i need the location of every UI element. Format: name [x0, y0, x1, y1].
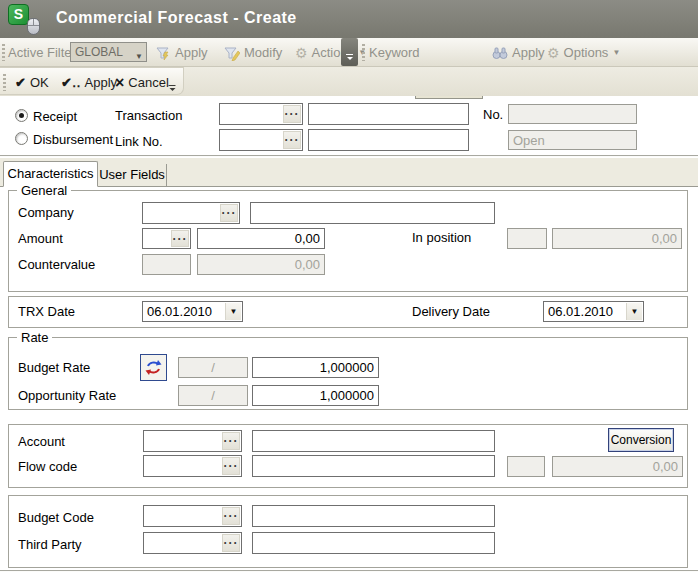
ellipsis-icon: ··· [224, 459, 239, 473]
window-title: Commercial Forecast - Create [56, 9, 297, 27]
filter-apply-button[interactable]: Apply [152, 38, 211, 67]
filter-toolbar: Active Filter GLOBAL ▼ Apply Modify ⚙ Ac… [0, 38, 698, 67]
toolbar-grip[interactable] [362, 44, 365, 61]
toolbar-overflow-button[interactable] [341, 38, 358, 66]
ellipsis-icon: ··· [173, 232, 188, 246]
cancel-button[interactable]: × Cancel [112, 68, 172, 96]
budget-code-input[interactable] [144, 506, 221, 526]
flow-code-field: ··· [143, 455, 242, 477]
action-toolbar: ✔ OK ✔‥ Apply × Cancel [0, 67, 698, 96]
transaction-label: Transaction [115, 108, 182, 123]
budget-rate-label: Budget Rate [18, 360, 90, 375]
countervalue-label: Countervalue [18, 257, 95, 272]
budget-code-lookup-button[interactable]: ··· [222, 507, 240, 525]
trx-date-value: 06.01.2010 [147, 304, 212, 319]
company-code-field: ··· [142, 202, 240, 224]
tab-user-fields-label: User Fields [99, 167, 165, 182]
budget-rate-pair-input [178, 357, 248, 378]
general-legend: General [17, 183, 71, 198]
company-name-input[interactable] [250, 202, 495, 224]
third-party-code-input[interactable] [144, 533, 221, 553]
amount-input[interactable] [197, 228, 325, 249]
binoculars-icon [492, 45, 508, 61]
amount-currency-input[interactable] [143, 229, 170, 248]
gear-icon: ⚙ [547, 45, 560, 61]
flow-code-lookup-button[interactable]: ··· [222, 457, 240, 475]
amount-currency-lookup-button[interactable]: ··· [171, 230, 189, 247]
account-lookup-button[interactable]: ··· [222, 432, 240, 450]
amount-currency-field: ··· [142, 228, 191, 249]
budget-code-label: Budget Code [18, 510, 94, 525]
ellipsis-icon: ··· [285, 107, 300, 121]
disbursement-label: Disbursement [33, 132, 113, 147]
opportunity-rate-pair-input [178, 385, 248, 406]
ellipsis-icon: ··· [224, 509, 239, 523]
third-party-desc-input[interactable] [252, 532, 495, 554]
third-party-lookup-button[interactable]: ··· [222, 534, 240, 552]
in-position-label: In position [412, 230, 471, 245]
title-bar: S Commercial Forecast - Create [0, 0, 698, 38]
trx-date-dropdown-arrow-icon[interactable]: ▼ [225, 303, 241, 320]
filter-modify-icon [224, 45, 240, 61]
cancel-label: Cancel [128, 75, 168, 90]
conversion-button[interactable]: Conversion [608, 428, 674, 452]
active-filter-select[interactable]: GLOBAL ▼ [70, 42, 147, 62]
in-position-value-input [552, 228, 682, 249]
tab-user-fields[interactable]: User Fields [98, 164, 167, 186]
ellipsis-icon: ··· [224, 434, 239, 448]
receipt-radio[interactable] [15, 109, 28, 122]
third-party-label: Third Party [18, 537, 82, 552]
transaction-code-input[interactable] [220, 104, 282, 124]
filter-modify-label: Modify [244, 45, 282, 60]
ok-button[interactable]: ✔ OK [12, 68, 52, 96]
options-dropdown-arrow-icon: ▼ [612, 48, 620, 57]
link-no-code-field: ··· [219, 129, 303, 151]
keyword-apply-button[interactable]: Apply [489, 38, 548, 67]
ellipsis-icon: ··· [285, 133, 300, 147]
flow-code-input[interactable] [144, 456, 221, 476]
keyword-label: Keyword [369, 45, 420, 60]
link-no-lookup-button[interactable]: ··· [283, 131, 301, 149]
company-label: Company [18, 205, 74, 220]
budget-desc-input[interactable] [252, 505, 495, 527]
delivery-date-value: 06.01.2010 [548, 304, 613, 319]
combo-arrow-icon: ▼ [135, 48, 143, 66]
company-code-input[interactable] [143, 203, 219, 223]
apply-button[interactable]: ✔‥ Apply [58, 68, 120, 96]
account-code-input[interactable] [144, 431, 221, 451]
transaction-desc-input[interactable] [308, 103, 469, 125]
bottom-divider [0, 570, 698, 572]
app-icon: S [8, 4, 40, 35]
trx-date-picker[interactable]: 06.01.2010 ▼ [142, 301, 243, 322]
disbursement-radio[interactable] [15, 132, 28, 145]
refresh-rate-button[interactable] [140, 354, 167, 381]
flow-desc-input[interactable] [252, 455, 495, 477]
account-label: Account [18, 434, 65, 449]
opportunity-rate-input[interactable] [252, 385, 379, 406]
link-no-desc-input[interactable] [308, 129, 469, 151]
keyword-apply-label: Apply [512, 45, 545, 60]
action-toolbar-chunk: ✔ OK ✔‥ Apply × Cancel [0, 67, 184, 95]
delivery-date-picker[interactable]: 06.01.2010 ▼ [543, 301, 644, 322]
overflow-icon [169, 85, 176, 86]
link-no-code-input[interactable] [220, 130, 282, 150]
ok-label: OK [30, 75, 49, 90]
filter-modify-button[interactable]: Modify [221, 38, 285, 67]
toolbar-grip[interactable] [2, 44, 5, 61]
receipt-label: Receipt [33, 109, 77, 124]
overflow-icon [346, 54, 353, 55]
account-name-input[interactable] [252, 430, 495, 452]
options-menu-button[interactable]: ⚙ Options ▼ [544, 38, 623, 67]
gear-icon: ⚙ [295, 45, 308, 61]
company-lookup-button[interactable]: ··· [220, 204, 238, 222]
transaction-lookup-button[interactable]: ··· [283, 105, 301, 123]
budget-rate-input[interactable] [252, 357, 379, 378]
delivery-date-dropdown-arrow-icon[interactable]: ▼ [626, 303, 642, 320]
action-toolbar-overflow-button[interactable] [169, 85, 176, 91]
toolbar-grip[interactable] [3, 74, 6, 91]
options-label: Options [564, 45, 609, 60]
app-icon-s-badge: S [8, 4, 29, 25]
close-icon: × [115, 76, 124, 89]
refresh-icon [145, 359, 162, 376]
active-filter-value: GLOBAL [75, 43, 123, 61]
